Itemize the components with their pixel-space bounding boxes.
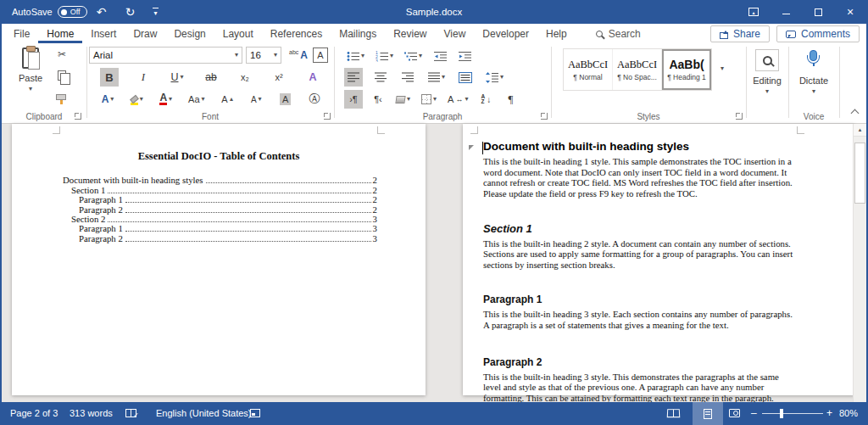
macro-recording-icon[interactable]	[250, 409, 260, 419]
bullets-button[interactable]: ▾	[344, 47, 367, 65]
ribbon-display-options-icon[interactable]: ▴	[737, 0, 770, 24]
copy-icon[interactable]	[58, 70, 66, 81]
font-size-combobox[interactable]: 16 ▾	[246, 47, 281, 64]
autosave-switch[interactable]: Off	[58, 6, 87, 18]
decrease-indent-button[interactable]	[431, 47, 449, 65]
quick-access-customize-icon[interactable]: ▾	[145, 8, 167, 17]
tab-review[interactable]: Review	[385, 24, 435, 43]
tab-view[interactable]: View	[436, 24, 475, 43]
style-normal[interactable]: AaBbCcI ¶ Normal	[564, 49, 613, 90]
align-right-button[interactable]	[398, 68, 417, 87]
vertical-scrollbar[interactable]: ▴	[853, 124, 866, 402]
tab-mailings[interactable]: Mailings	[331, 24, 385, 43]
clipboard-dialog-launcher-icon[interactable]	[75, 113, 81, 120]
paragraph-dialog-launcher-icon[interactable]	[541, 113, 548, 120]
italic-button[interactable]: I	[134, 68, 153, 87]
underline-button[interactable]: U▾	[168, 68, 186, 87]
web-layout-icon[interactable]	[729, 409, 740, 419]
cut-icon[interactable]: ✂	[58, 48, 66, 60]
left-to-right-button[interactable]: ›¶	[344, 90, 363, 109]
share-button[interactable]: Share	[710, 25, 770, 42]
tab-insert[interactable]: Insert	[82, 24, 125, 43]
multilevel-list-button[interactable]: ▾	[402, 47, 425, 65]
line-spacing-button[interactable]: ▾	[483, 68, 506, 87]
grow-font-button[interactable]: A▾	[218, 90, 236, 109]
shading-button[interactable]: ▾	[393, 90, 413, 109]
shrink-font-button[interactable]: A▾	[247, 90, 265, 109]
toc-entry[interactable]: Paragraph 12	[63, 195, 377, 204]
zoom-level[interactable]: 80%	[839, 408, 858, 418]
page-indicator[interactable]: Page 2 of 3	[10, 408, 58, 418]
sort-button[interactable]: AZ↓	[476, 90, 495, 109]
tab-layout[interactable]: Layout	[214, 24, 262, 43]
enclose-characters-button[interactable]: Ⓐ	[305, 90, 324, 109]
redo-icon[interactable]: ↻	[116, 5, 145, 19]
heading-collapse-icon[interactable]	[469, 145, 474, 150]
tab-design[interactable]: Design	[165, 24, 214, 43]
autosave-toggle[interactable]: AutoSave Off	[12, 6, 87, 18]
accent-color-button[interactable]: A▾	[98, 90, 117, 109]
print-layout-icon[interactable]	[693, 402, 723, 425]
borders-button[interactable]: ▾	[419, 90, 439, 109]
highlight-color-button[interactable]: ▾	[127, 90, 146, 109]
scroll-up-icon[interactable]: ▴	[854, 124, 866, 137]
align-center-button[interactable]	[371, 68, 390, 87]
minimize-icon[interactable]	[770, 0, 802, 24]
text-effects-button[interactable]: A	[303, 68, 322, 87]
close-icon[interactable]: ×	[834, 0, 866, 24]
proofing-status-icon[interactable]: ✓	[125, 409, 136, 419]
font-name-combobox[interactable]: Arial ▾	[89, 47, 242, 64]
tab-draw[interactable]: Draw	[125, 24, 165, 43]
right-to-left-button[interactable]: ¶‹	[369, 90, 387, 109]
font-color-button[interactable]: A▾	[157, 90, 175, 109]
maximize-icon[interactable]	[802, 0, 834, 24]
phonetic-guide-button[interactable]: abcA	[287, 46, 310, 64]
page-1[interactable]: Essential DocIO - Table of Contents Docu…	[12, 124, 426, 395]
undo-icon[interactable]: ↶	[87, 5, 116, 19]
styles-dialog-launcher-icon[interactable]	[736, 113, 743, 120]
tab-developer[interactable]: Developer	[474, 24, 537, 43]
paste-button[interactable]: Paste ▾	[12, 48, 49, 92]
style-no-spacing[interactable]: AaBbCcI ¶ No Spac...	[613, 49, 662, 90]
toc-entry[interactable]: Section 12	[63, 185, 377, 194]
font-dialog-launcher-icon[interactable]	[324, 113, 331, 120]
collapse-ribbon-icon[interactable]	[851, 109, 860, 118]
toc-entry[interactable]: Paragraph 23	[63, 233, 377, 243]
character-shading-button[interactable]: A	[276, 90, 295, 109]
read-mode-icon[interactable]	[667, 409, 680, 419]
toc-entry[interactable]: Section 23	[63, 215, 377, 224]
tab-home[interactable]: Home	[38, 24, 82, 43]
character-scaling-button[interactable]: A↔▾	[445, 90, 470, 109]
toc-entry[interactable]: Paragraph 22	[63, 204, 377, 214]
character-border-button[interactable]: A	[310, 46, 331, 64]
subscript-button[interactable]: x₂	[236, 68, 254, 87]
increase-indent-button[interactable]	[455, 47, 474, 65]
toc-entry[interactable]: Paragraph 13	[63, 224, 377, 233]
page-2[interactable]: Document with built-in heading styles Th…	[463, 124, 854, 395]
word-count[interactable]: 313 words	[70, 408, 113, 418]
show-hide-formatting-button[interactable]: ¶	[501, 90, 520, 109]
zoom-out-icon[interactable]: –	[751, 407, 757, 419]
zoom-slider-track[interactable]	[762, 413, 823, 414]
comments-button[interactable]: Comments	[776, 25, 860, 42]
strikethrough-button[interactable]: ab	[202, 68, 220, 87]
styles-gallery-more-icon[interactable]: ▾	[721, 65, 724, 72]
change-case-button[interactable]: Aa▾	[186, 90, 207, 109]
tab-references[interactable]: References	[262, 24, 331, 43]
format-painter-icon[interactable]	[56, 94, 66, 100]
bold-button[interactable]: B	[100, 68, 119, 87]
search-box[interactable]: Search	[596, 24, 641, 43]
language-indicator[interactable]: English (United States)	[156, 408, 252, 418]
toc-entry[interactable]: Document with built-in heading styles2	[63, 176, 377, 185]
align-left-button[interactable]	[344, 68, 363, 87]
style-heading1[interactable]: AaBb( ¶ Heading 1	[662, 49, 711, 90]
tab-help[interactable]: Help	[537, 24, 576, 43]
scrollbar-thumb[interactable]	[854, 143, 865, 204]
zoom-in-icon[interactable]: +	[826, 407, 832, 419]
distribute-text-button[interactable]	[456, 68, 475, 87]
zoom-slider-handle[interactable]	[780, 409, 783, 418]
numbering-button[interactable]: 123 ▾	[373, 47, 396, 65]
superscript-button[interactable]: x²	[270, 68, 288, 87]
justify-button[interactable]: ▾	[426, 68, 448, 87]
tab-file[interactable]: File	[5, 24, 38, 43]
